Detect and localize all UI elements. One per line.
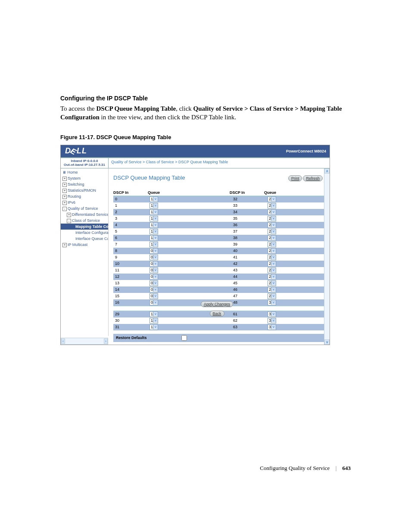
dscp-in-value: 43 <box>231 268 268 272</box>
queue-select[interactable]: 2v <box>268 196 276 202</box>
queue-select[interactable]: 2v <box>268 229 276 234</box>
queue-select[interactable]: 2v <box>268 274 276 280</box>
queue-select[interactable]: 0v <box>149 248 158 254</box>
queue-select[interactable]: 1v <box>149 318 158 324</box>
nav-scrollbar[interactable]: ‹› <box>61 338 108 345</box>
text: , click <box>176 105 193 112</box>
queue-select[interactable]: 3v <box>268 300 276 305</box>
dscp-row: 130v452v <box>113 280 324 286</box>
queue-select[interactable]: 2v <box>268 222 276 228</box>
queue-select[interactable]: 1v <box>149 229 158 234</box>
queue-select[interactable]: 2v <box>268 280 276 286</box>
queue-select[interactable]: 0v <box>149 280 158 286</box>
dscp-row: 31v352v <box>113 215 324 222</box>
dscp-row: 90v412v <box>113 254 324 261</box>
queue-select[interactable]: 2v <box>268 216 276 221</box>
restore-defaults-checkbox[interactable] <box>181 335 187 341</box>
queue-select[interactable]: 2v <box>268 293 276 299</box>
queue-select[interactable]: 1v <box>149 235 158 241</box>
dscp-in-value: 10 <box>113 261 149 266</box>
queue-select[interactable]: 0v <box>149 268 158 273</box>
queue-select[interactable]: 3v <box>268 318 276 324</box>
dscp-in-value: 7 <box>113 242 149 246</box>
content-scrollbar[interactable]: ∧∨ <box>324 168 330 345</box>
dscp-in-value: 47 <box>231 294 268 298</box>
queue-select[interactable]: 1v <box>149 216 158 221</box>
queue-select[interactable]: 1v <box>149 242 158 247</box>
dscp-in-value: 41 <box>231 255 268 259</box>
queue-select[interactable]: 2v <box>268 261 276 267</box>
dscp-in-value: 14 <box>113 287 149 292</box>
queue-select[interactable]: 0v <box>149 255 158 260</box>
nav-item[interactable]: +IP Multicast <box>61 242 108 248</box>
product-name: PowerConnect M8024 <box>286 149 326 153</box>
dscp-in-value: 35 <box>231 216 268 221</box>
dell-logo: DELL <box>61 146 87 156</box>
dscp-in-value: 29 <box>113 312 149 316</box>
queue-select[interactable]: 1v <box>149 222 158 228</box>
nav-item[interactable]: Interface Queue Configuration <box>61 236 108 242</box>
queue-select[interactable]: 2v <box>268 242 276 247</box>
queue-select[interactable]: 3v <box>268 311 276 317</box>
dscp-in-value: 12 <box>113 274 149 279</box>
dscp-row: 110v432v <box>113 267 324 274</box>
dscp-row: 41v362v <box>113 222 324 228</box>
nav-item[interactable]: +System <box>61 175 108 181</box>
queue-select[interactable]: 1v <box>149 209 158 215</box>
app-window: DELL PowerConnect M8024 Inband IP:0.0.0.… <box>60 145 330 345</box>
dscp-in-value: 48 <box>231 300 268 305</box>
queue-select[interactable]: 2v <box>268 209 276 215</box>
queue-select[interactable]: 0v <box>149 293 158 299</box>
back-button[interactable]: Back <box>210 311 224 317</box>
restore-defaults-label: Restore Defaults <box>116 336 147 340</box>
dscp-in-value: 39 <box>231 242 268 246</box>
nav-item[interactable]: +Differentiated Services <box>61 212 108 218</box>
nav-item[interactable]: 🖥 Home <box>61 169 108 175</box>
dscp-in-value: 46 <box>231 287 268 292</box>
dscp-in-value: 4 <box>113 223 149 227</box>
nav-item[interactable]: +Routing <box>61 193 108 199</box>
queue-select[interactable]: 2v <box>268 255 276 260</box>
queue-select[interactable]: 3v <box>268 324 276 330</box>
nav-item[interactable]: +IPv6 <box>61 199 108 205</box>
queue-select[interactable]: 0v <box>149 274 158 280</box>
nav-item[interactable]: +Switching <box>61 181 108 187</box>
queue-select[interactable]: 1v <box>149 311 158 317</box>
dscp-in-value: 62 <box>231 318 268 323</box>
queue-select[interactable]: 0v <box>149 287 158 292</box>
queue-select[interactable]: 1v <box>149 196 158 202</box>
dscp-row: 21v342v <box>113 209 324 215</box>
queue-select[interactable]: 2v <box>268 287 276 292</box>
queue-select[interactable]: 2v <box>268 203 276 208</box>
refresh-button[interactable]: Refresh <box>303 175 323 181</box>
queue-select[interactable]: 1v <box>149 203 158 208</box>
dscp-table-body: 01v322v11v332v21v342v31v352v41v362v51v37… <box>113 196 324 306</box>
header-row: Inband IP:0.0.0.0 Out-of-band IP:10.27.5… <box>61 157 330 168</box>
queue-select[interactable]: 0v <box>149 261 158 267</box>
dscp-in-value: 11 <box>113 268 149 272</box>
queue-select[interactable]: 2v <box>268 248 276 254</box>
nav-column: 🖥 Home+System+Switching+Statistics/RMON+… <box>61 168 108 345</box>
dscp-row: 61v382v <box>113 235 324 241</box>
dscp-in-value: 61 <box>231 312 268 316</box>
dscp-in-value: 6 <box>113 236 149 240</box>
dscp-in-value: 40 <box>231 249 268 253</box>
dscp-in-value: 34 <box>231 210 268 214</box>
queue-select[interactable]: 2v <box>268 235 276 241</box>
page-number: 643 <box>342 465 351 471</box>
nav-item[interactable]: -Quality of Service <box>61 205 108 212</box>
queue-select[interactable]: 1v <box>149 324 158 330</box>
col-queue: Queue <box>148 190 182 196</box>
inband-ip: Inband IP:0.0.0.0 <box>61 159 108 163</box>
nav-item[interactable]: Interface Configuration <box>61 230 108 236</box>
intro-paragraph: To access the DSCP Queue Mapping Table, … <box>60 104 351 122</box>
print-button[interactable]: Print <box>288 175 302 181</box>
dscp-in-value: 9 <box>113 255 149 259</box>
nav-item[interactable]: +Statistics/RMON <box>61 187 108 193</box>
queue-select[interactable]: 2v <box>268 268 276 273</box>
apply-changes-button[interactable]: Apply Changes <box>201 301 233 307</box>
dscp-row: 301v623v <box>113 317 324 324</box>
queue-select[interactable]: 0v <box>149 300 158 305</box>
nav-item[interactable]: Mapping Table Configuration <box>61 224 108 230</box>
nav-item[interactable]: -Class of Service <box>61 218 108 224</box>
